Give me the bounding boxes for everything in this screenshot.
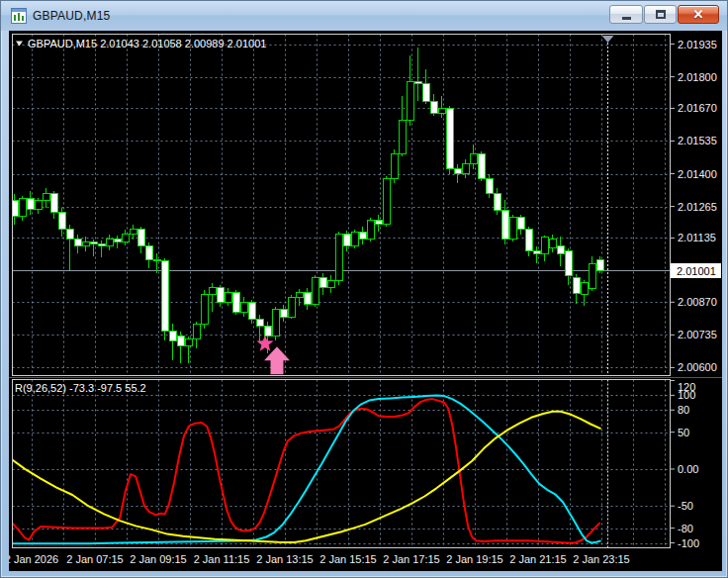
indicator-scale-label: 0.00 bbox=[678, 463, 698, 475]
candle-bear bbox=[90, 241, 97, 243]
candle-bear bbox=[533, 251, 540, 253]
candle-bear bbox=[486, 178, 493, 193]
candle-bear bbox=[446, 108, 453, 168]
candle-bear bbox=[153, 259, 160, 261]
candle-bear bbox=[430, 101, 437, 113]
candle-bull bbox=[351, 232, 358, 246]
candle-bull bbox=[35, 200, 42, 209]
candle-bear bbox=[454, 169, 461, 174]
candle-bear bbox=[501, 210, 508, 239]
candle-bull bbox=[383, 178, 390, 225]
indicator-scale-label: 80 bbox=[678, 404, 689, 416]
candle-bull bbox=[541, 237, 548, 253]
candle-bear bbox=[565, 251, 572, 275]
candle-bull bbox=[240, 302, 247, 312]
candle-bull bbox=[509, 218, 516, 240]
window-controls: ✕ bbox=[609, 5, 719, 24]
time-scale[interactable]: 2 Jan 20262 Jan 07:152 Jan 09:152 Jan 11… bbox=[9, 553, 630, 565]
time-label: 2 Jan 11:15 bbox=[194, 553, 250, 565]
candle-bear bbox=[114, 240, 121, 241]
indicator-scale-label: 100 bbox=[678, 389, 695, 401]
candle-bear bbox=[232, 293, 239, 313]
candle-bull bbox=[549, 240, 556, 248]
candle-bull bbox=[581, 283, 588, 295]
indicator-scale-label: -50 bbox=[678, 500, 693, 512]
price-label: 2.01265 bbox=[678, 201, 717, 213]
candle-bear bbox=[74, 240, 81, 246]
candle-bull bbox=[312, 278, 318, 305]
time-label: 2 Jan 09:15 bbox=[130, 553, 187, 565]
candle-bear bbox=[304, 293, 311, 305]
candle-bear bbox=[256, 319, 263, 326]
candle-bear bbox=[375, 220, 382, 225]
candle-bull bbox=[19, 198, 26, 216]
chart-icon bbox=[11, 8, 27, 24]
time-label: 2 Jan 21:15 bbox=[509, 553, 567, 565]
candle-bull bbox=[288, 297, 295, 317]
indicator-scale-label: 50 bbox=[678, 427, 689, 438]
candle-bull bbox=[43, 193, 49, 200]
candle-bear bbox=[525, 230, 532, 251]
price-label: 2.01135 bbox=[678, 232, 716, 243]
time-label: 2 Jan 19:15 bbox=[446, 553, 503, 565]
time-label: 2 Jan 2026 bbox=[9, 553, 58, 565]
candle-bear bbox=[145, 246, 152, 259]
candle-bear bbox=[478, 154, 485, 178]
price-label: 2.00735 bbox=[678, 329, 717, 340]
minimize-button[interactable] bbox=[609, 5, 643, 24]
candle-bear bbox=[27, 198, 34, 209]
mt4-chart-window: GBPAUD,M15 ✕ 2.0 bbox=[0, 0, 728, 578]
indicator-scale-label: -80 bbox=[678, 523, 693, 534]
price-label: 2.01800 bbox=[678, 71, 717, 83]
candle-bull bbox=[399, 121, 406, 154]
candle-bull bbox=[82, 241, 89, 246]
candle-bear bbox=[161, 261, 168, 332]
candle-bear bbox=[573, 278, 580, 294]
candle-bull bbox=[391, 154, 398, 178]
maximize-button[interactable] bbox=[644, 5, 677, 24]
price-label: 2.01935 bbox=[678, 39, 717, 50]
candle-bull bbox=[122, 235, 129, 241]
candle-bull bbox=[193, 324, 200, 338]
candle-bull bbox=[209, 288, 216, 295]
candle-bull bbox=[470, 154, 477, 164]
candle-bear bbox=[596, 260, 603, 270]
price-label: 2.01400 bbox=[678, 168, 717, 180]
candle-bear bbox=[280, 310, 287, 317]
candle-bull bbox=[589, 263, 595, 289]
time-label: 2 Jan 13:15 bbox=[256, 553, 314, 565]
close-icon: ✕ bbox=[693, 8, 704, 21]
candle-bear bbox=[177, 337, 184, 346]
time-label: 2 Jan 17:15 bbox=[383, 553, 440, 565]
candle-bear bbox=[517, 218, 524, 230]
candle-bear bbox=[414, 81, 421, 83]
candle-bear bbox=[359, 232, 366, 239]
candle-bull bbox=[462, 164, 469, 174]
candle-bear bbox=[264, 327, 271, 337]
indicator-scale-label: -100 bbox=[678, 537, 699, 549]
ohlc-header: GBPAUD,M15 2.01043 2.01058 2.00989 2.010… bbox=[28, 38, 266, 49]
candle-bull bbox=[407, 81, 413, 120]
time-label: 2 Jan 07:15 bbox=[66, 553, 124, 565]
candle-bull bbox=[296, 293, 303, 298]
time-label: 2 Jan 23:15 bbox=[573, 553, 630, 565]
close-button[interactable]: ✕ bbox=[678, 5, 719, 24]
price-label: 2.00600 bbox=[678, 361, 717, 373]
candle-bear bbox=[98, 244, 105, 246]
candle-bull bbox=[106, 240, 113, 246]
minimize-icon bbox=[622, 17, 631, 20]
price-label: 2.01670 bbox=[678, 102, 717, 114]
chart-background[interactable] bbox=[9, 31, 722, 571]
candle-bear bbox=[248, 302, 255, 319]
candle-bear bbox=[422, 84, 429, 101]
window-title: GBPAUD,M15 bbox=[33, 9, 609, 23]
candle-bear bbox=[557, 246, 564, 253]
candle-bear bbox=[343, 235, 350, 246]
candle-bear bbox=[50, 193, 57, 213]
indicator-header: R(9,26,52) -73.3 -97.5 55.2 bbox=[15, 382, 146, 394]
price-label: 2.00870 bbox=[678, 296, 717, 308]
candle-bear bbox=[66, 230, 73, 240]
window-titlebar[interactable]: GBPAUD,M15 ✕ bbox=[1, 1, 727, 31]
candle-bull bbox=[327, 280, 334, 287]
chart-canvas[interactable]: 2.019352.018002.016702.015352.014002.012… bbox=[9, 31, 722, 571]
